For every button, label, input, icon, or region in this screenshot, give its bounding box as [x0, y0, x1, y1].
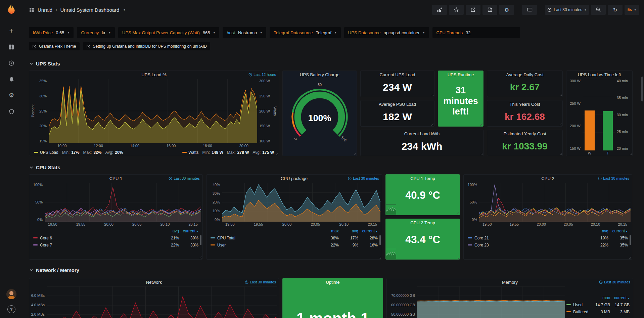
- variable-cpu-threads[interactable]: CPU Threads32: [432, 27, 520, 38]
- zoom-out-button[interactable]: [591, 5, 606, 15]
- nav-actions: ⚙ Last 30 minutes ▼: [432, 5, 639, 15]
- variable-host[interactable]: hostNostromo▼: [223, 27, 266, 38]
- sidebar-item-create[interactable]: +: [0, 23, 23, 39]
- time-range-override[interactable]: Last 30 minutes: [599, 280, 630, 284]
- series-toggle[interactable]: Core 23: [468, 243, 589, 247]
- save-dashboard-button[interactable]: [482, 5, 497, 15]
- breadcrumb-dashboard-title[interactable]: Unraid System Dashboard: [60, 7, 120, 13]
- breadcrumb-folder[interactable]: Unraid: [38, 7, 52, 13]
- axis-tick: 150 W: [570, 146, 581, 150]
- variable-currency[interactable]: Currencykr▼: [77, 27, 115, 38]
- panel-title[interactable]: Average PSU Load: [361, 100, 434, 108]
- panel-title[interactable]: Memory: [387, 278, 633, 286]
- variable-ups-datasource[interactable]: UPS Datasourceapcupsd-container▼: [344, 27, 429, 38]
- time-range-override[interactable]: Last 30 minutes: [348, 176, 379, 180]
- dashboard-grid-icon[interactable]: [29, 7, 35, 13]
- user-avatar[interactable]: [6, 289, 16, 299]
- memory-chart[interactable]: [417, 286, 565, 318]
- help-icon[interactable]: ?: [7, 305, 15, 313]
- legend-scrollbar-thumb[interactable]: [200, 235, 201, 245]
- series-toggle[interactable]: Core 21: [468, 236, 589, 240]
- variable-value[interactable]: apcupsd-container: [384, 30, 420, 35]
- series-toggle[interactable]: Core 6: [33, 236, 159, 240]
- sidebar-item-alerting[interactable]: [0, 71, 23, 87]
- cpu-package-chart[interactable]: [222, 183, 380, 222]
- panel-title[interactable]: Current UPS Load: [361, 71, 434, 79]
- variable-value[interactable]: Nostromo: [238, 30, 257, 35]
- panel-title[interactable]: CPU 1 Temp: [386, 175, 460, 183]
- panel-cpu2-temp: CPU 2 Temp 43.4 °C: [385, 219, 460, 260]
- share-dashboard-button[interactable]: [466, 5, 480, 15]
- dashboard-link-0[interactable]: Grafana Plex Theme: [29, 42, 80, 50]
- section-header-cpu-stats[interactable]: CPU Stats: [30, 164, 644, 171]
- grafana-logo[interactable]: [0, 0, 23, 19]
- panel-title[interactable]: Network: [29, 278, 279, 286]
- panel-title[interactable]: Uptime: [283, 278, 383, 286]
- time-range-override[interactable]: Last 30 minutes: [245, 280, 276, 284]
- legend-col-avg[interactable]: avg: [159, 229, 179, 233]
- legend-col-max[interactable]: max: [319, 229, 339, 233]
- legend-col-current[interactable]: current▼: [610, 296, 630, 300]
- legend-scrollbar-thumb[interactable]: [630, 235, 631, 245]
- sidebar-item-explore[interactable]: [0, 55, 23, 71]
- time-range-override[interactable]: Last 30 minutes: [598, 176, 629, 180]
- variable-value[interactable]: 865: [203, 30, 210, 35]
- panel-title[interactable]: Estimated Yearly Cost: [487, 130, 562, 138]
- panel-title[interactable]: Current Load kWh: [361, 130, 483, 138]
- series-toggle[interactable]: CPU Total: [211, 236, 319, 240]
- panel-title[interactable]: UPS Load %: [29, 71, 279, 79]
- legend-col-max[interactable]: max: [591, 296, 610, 300]
- time-range-override[interactable]: Last 12 hours: [248, 73, 276, 77]
- variable-kwh-price[interactable]: kWh Price0.65▼: [29, 27, 74, 38]
- panel-title[interactable]: UPS Battery Charge: [283, 71, 357, 79]
- legend-col-current[interactable]: current▼: [608, 229, 628, 233]
- variable-ups-max-output[interactable]: UPS Max Output Power Capacity (Watt)865▼: [118, 27, 219, 38]
- series-toggle[interactable]: Core 7: [33, 243, 159, 247]
- time-range-picker[interactable]: Last 30 minutes ▼: [545, 5, 589, 15]
- battery-gauge[interactable]: 0 50 100 100%: [286, 82, 353, 144]
- cpu1-chart[interactable]: [45, 183, 201, 222]
- dashboard-dropdown-caret-icon[interactable]: ▼: [123, 8, 126, 11]
- variable-value[interactable]: 0.65: [56, 30, 64, 35]
- variable-telegraf-datasource[interactable]: Telegraf DatasourceTelegraf▼: [270, 27, 341, 38]
- variable-value[interactable]: Telegraf: [316, 30, 331, 35]
- legend-col-avg[interactable]: avg: [339, 229, 358, 233]
- cpu2-chart[interactable]: [479, 183, 631, 222]
- dashboard-settings-button[interactable]: ⚙: [499, 5, 514, 15]
- section-header-network-memory[interactable]: Network / Memory: [30, 266, 644, 274]
- page-scrollbar-thumb[interactable]: [641, 77, 643, 101]
- sidebar-item-server-admin[interactable]: [0, 103, 23, 120]
- legend-col-current[interactable]: current▼: [179, 229, 198, 233]
- refresh-interval-picker[interactable]: 5s ▼: [625, 5, 639, 15]
- series-toggle[interactable]: User: [211, 243, 319, 247]
- panel-title[interactable]: Average Daily Cost: [487, 71, 562, 79]
- legend-col-current[interactable]: current▼: [358, 229, 378, 233]
- section-header-ups-stats[interactable]: UPS Stats: [30, 60, 644, 67]
- panel-title[interactable]: CPU 2 Temp: [386, 219, 460, 227]
- dashboard-link-1[interactable]: Setting up Grafana and InfluxDB for UPS …: [83, 42, 211, 50]
- network-chart[interactable]: [47, 286, 277, 318]
- legend-series-ups-load[interactable]: UPS LoadMin:17%Max:32%Avg:20%: [34, 150, 123, 155]
- share-icon: [470, 7, 476, 12]
- series-toggle[interactable]: Used: [566, 303, 591, 307]
- ups-load-chart[interactable]: [49, 79, 257, 143]
- variable-value[interactable]: kr: [102, 30, 105, 35]
- legend-series-watts[interactable]: WattsMin:148 WMax:278 WAvg:175 W: [182, 150, 274, 155]
- bar-T[interactable]: [603, 111, 613, 150]
- bar-W[interactable]: [585, 110, 595, 150]
- cycle-view-mode-button[interactable]: [522, 5, 537, 15]
- add-panel-button[interactable]: [432, 5, 447, 15]
- refresh-button[interactable]: ↻: [608, 5, 623, 15]
- variable-input[interactable]: 32: [466, 30, 516, 35]
- sidebar-item-dashboards[interactable]: [0, 39, 23, 55]
- panel-title[interactable]: UPS Runtime: [438, 71, 483, 79]
- sidebar-item-configuration[interactable]: ⚙: [0, 87, 23, 103]
- time-range-override[interactable]: Last 30 minutes: [169, 176, 200, 180]
- panel-title[interactable]: This Years Cost: [487, 100, 562, 108]
- panel-title[interactable]: UPS Load vs Time left: [566, 71, 632, 79]
- axis-tick: 20:00: [282, 222, 292, 226]
- legend-scrollbar-thumb[interactable]: [379, 235, 381, 245]
- legend-col-avg[interactable]: avg: [589, 229, 608, 233]
- series-toggle[interactable]: Buffered: [566, 310, 591, 314]
- star-dashboard-button[interactable]: [449, 5, 464, 15]
